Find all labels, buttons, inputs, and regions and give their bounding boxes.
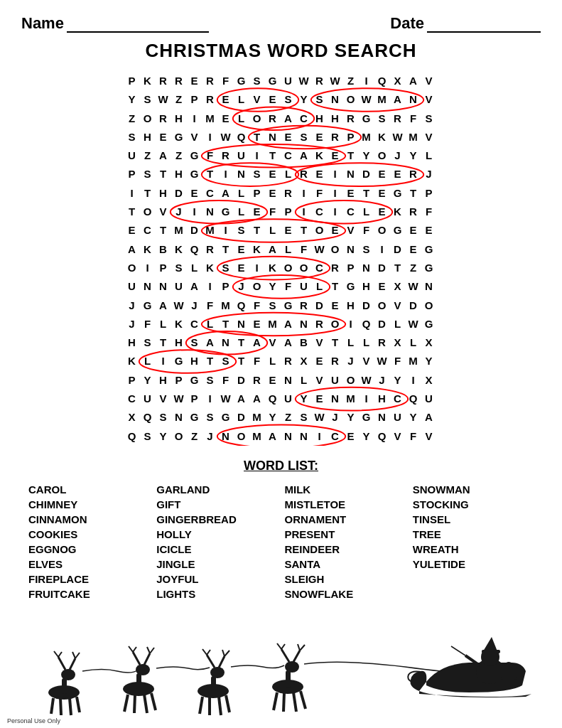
svg-line-50 (225, 651, 229, 656)
grid-cell: C (344, 203, 360, 221)
grid-cell: U (297, 277, 313, 296)
word-item: ICICLE (156, 542, 277, 557)
grid-cell: G (360, 408, 375, 427)
svg-line-23 (70, 658, 75, 670)
grid-cell: P (250, 184, 266, 203)
grid-cell: J (391, 146, 406, 165)
grid-cell: K (250, 240, 266, 259)
grid-cell: P (125, 72, 141, 90)
grid-cell: L (141, 352, 156, 370)
grid-cell: H (141, 128, 156, 146)
grid-cell: E (313, 165, 328, 183)
svg-point-45 (210, 667, 225, 678)
grid-cell: V (313, 333, 328, 352)
grid-cell: L (234, 109, 250, 128)
grid-cell: X (297, 352, 313, 370)
grid-cell: E (281, 128, 297, 146)
grid-cell: J (328, 408, 344, 427)
grid-cell: E (281, 221, 297, 240)
grid-cell: R (328, 259, 344, 277)
grid-cell: R (281, 184, 297, 203)
grid-cell: V (422, 90, 438, 109)
grid-cell: J (234, 277, 250, 296)
grid-cell: T (219, 240, 234, 259)
grid-cell: T (234, 333, 250, 352)
grid-cell: N (281, 371, 297, 390)
word-item: MILK (285, 482, 406, 497)
grid-cell: H (156, 184, 172, 203)
svg-line-65 (274, 692, 277, 710)
grid-cell: C (203, 184, 219, 203)
grid-cell: Y (141, 371, 156, 390)
grid-cell: L (203, 315, 219, 333)
grid-cell: Q (375, 427, 391, 446)
word-item: WREATH (413, 542, 534, 557)
grid-cell: T (250, 221, 266, 240)
grid-cell: N (344, 165, 360, 183)
grid-cell: Y (156, 427, 172, 446)
grid-cell: Q (188, 240, 203, 259)
grid-cell: P (219, 277, 234, 296)
svg-line-38 (147, 647, 150, 653)
grid-cell: L (360, 333, 375, 352)
grid-cell: E (375, 184, 391, 203)
grid-cell: S (156, 408, 172, 427)
grid-cell: R (156, 72, 172, 90)
grid-cell: E (328, 221, 344, 240)
svg-line-51 (222, 650, 225, 656)
grid-cell: L (188, 259, 203, 277)
grid-cell: R (375, 333, 391, 352)
grid-cell: N (360, 259, 375, 277)
svg-line-25 (72, 652, 75, 658)
grid-cell: I (375, 240, 391, 259)
grid-cell: C (328, 427, 344, 446)
grid-cell: Y (360, 146, 375, 165)
personal-use-label: Personal Use Only (7, 717, 60, 724)
grid-cell: I (141, 259, 156, 277)
grid-cell: L (156, 315, 172, 333)
grid-cell: X (391, 333, 406, 352)
grid-cell: T (156, 165, 172, 183)
grid-cell: N (172, 408, 188, 427)
grid-cell: J (344, 352, 360, 370)
grid-cell: T (406, 184, 422, 203)
grid-cell: U (422, 390, 438, 408)
date-underline[interactable] (427, 16, 541, 33)
grid-cell: J (422, 165, 438, 183)
grid-cell: Z (172, 146, 188, 165)
grid-cell: N (219, 333, 234, 352)
grid-cell: P (188, 90, 203, 109)
grid-cell: C (188, 315, 203, 333)
grid-cell: I (203, 277, 219, 296)
grid-cell: I (328, 203, 344, 221)
grid-cell: E (234, 240, 250, 259)
grid-cell: H (375, 390, 391, 408)
grid-cell: E (250, 203, 266, 221)
name-underline[interactable] (67, 16, 209, 33)
grid-cell: A (266, 427, 281, 446)
grid-cell: W (219, 390, 234, 408)
grid-cell: S (375, 109, 391, 128)
svg-line-46 (207, 655, 215, 668)
grid-cell: H (328, 109, 344, 128)
grid-cell: G (234, 72, 250, 90)
grid-cell: G (172, 128, 188, 146)
grid-cell: S (125, 128, 141, 146)
grid-cell: E (219, 109, 234, 128)
grid-cell: Q (234, 128, 250, 146)
grid-cell: D (313, 296, 328, 315)
grid-cell: P (188, 390, 203, 408)
grid-cell: Y (360, 427, 375, 446)
grid-cell: S (250, 72, 266, 90)
grid-cell: N (406, 90, 422, 109)
grid-cell: M (360, 128, 375, 146)
grid-cell: D (375, 259, 391, 277)
grid-cell: F (360, 221, 375, 240)
grid-cell: P (281, 203, 297, 221)
word-item: SLEIGH (285, 572, 406, 587)
grid-cell: K (172, 315, 188, 333)
word-item: COOKIES (28, 527, 149, 542)
grid-cell: T (203, 352, 219, 370)
grid-cell: Y (266, 408, 281, 427)
grid-cell: R (406, 165, 422, 183)
